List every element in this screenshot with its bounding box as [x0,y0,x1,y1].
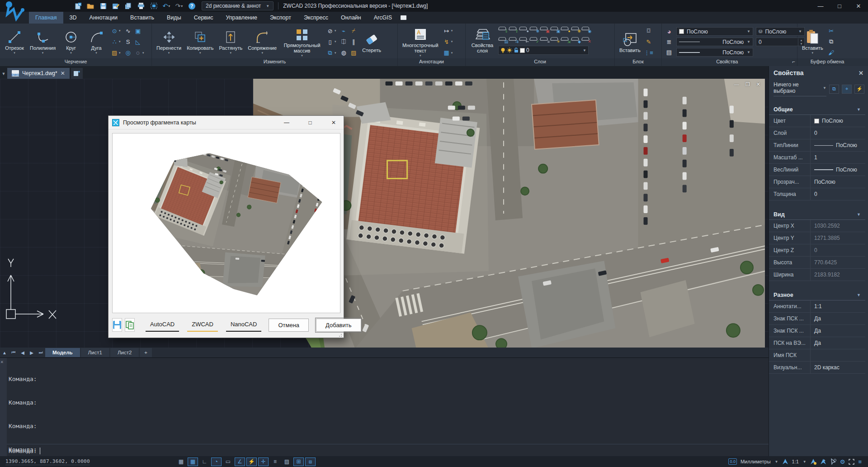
edit-block-icon[interactable]: ✎ [644,37,653,46]
prop-row[interactable]: Слой0 [769,127,865,139]
move-button[interactable]: Перенести▾ [155,28,183,56]
cut-icon[interactable]: ✂ [827,26,836,35]
prop-row[interactable]: Масштаб ...1 [769,152,865,164]
prop-row[interactable]: ТипЛинииПоСлою [769,139,865,152]
resize-grip[interactable] [339,333,343,337]
prop-row[interactable]: Центр Y1271.3885 [769,232,865,244]
lineweight-combo[interactable]: ПоСлою▼ [676,48,753,57]
toggle-pickadd-icon[interactable]: ⚡ [854,85,864,94]
dialog-minimize-icon[interactable]: — [277,116,297,129]
copy-clip-icon[interactable]: ⧉ [827,37,836,46]
transparency-display-icon[interactable]: ▨ [282,457,292,466]
transparency-icon[interactable]: ◍ [339,48,348,57]
linetype-combo[interactable]: ПоСлою▼ [676,38,753,46]
attributes-icon[interactable]: ⋮≡ [644,48,653,57]
tab-arcgis[interactable]: ArcGIS [368,12,398,24]
fullscreen-icon[interactable] [849,459,854,465]
units-label[interactable]: Миллиметры [741,459,771,464]
layer-delete-icon[interactable]: ✕ [581,35,590,43]
dialog-close-icon[interactable]: ✕ [324,116,344,129]
dialog-maximize-icon[interactable]: □ [300,116,320,129]
revcloud-icon[interactable]: ∿ [123,26,132,35]
mirror-icon[interactable]: ∥ [349,37,358,46]
inner-close-icon[interactable]: ✕ [756,81,760,87]
region-icon[interactable]: ▣ [133,26,142,35]
layer-light-icon[interactable]: ● [561,24,570,33]
tab-service[interactable]: Сервис [188,12,220,24]
layer-state-icon[interactable]: ▤ [498,35,507,43]
close-command-icon[interactable]: ✕ [0,359,4,365]
line-button[interactable]: Отрезок▾ [3,28,26,56]
prop-row[interactable]: ВесЛинийПоСлою [769,164,865,176]
ribbon-collapse-icon[interactable] [398,12,408,24]
layer-walk-icon[interactable]: ◆ [571,35,580,43]
tab-model[interactable]: Модель [45,348,80,357]
hatch-icon[interactable]: ▨ [110,48,119,57]
prop-row[interactable]: ЦветПоСлою [769,115,865,127]
collapse-icon[interactable]: ▼ [857,293,861,297]
command-input[interactable]: Команда: [9,448,40,454]
tab-export[interactable]: Экспорт [264,12,297,24]
lineweight-display-icon[interactable]: ≡ [270,457,280,466]
command-window[interactable]: ✕ Команда: Команда: Команда: Команда: Ко… [0,357,769,456]
annotation-visibility-icon[interactable] [810,458,816,465]
close-icon[interactable]: ✕ [849,0,868,12]
insert-block-button[interactable]: Вставить [618,30,642,54]
copy-sheets-icon[interactable] [123,1,134,10]
scale-icon[interactable]: ▯ [326,37,335,46]
dialog-titlebar[interactable]: Просмотр фрагмента карты — □ ✕ [108,116,344,129]
trim-icon[interactable]: ⌁ [339,26,348,35]
snap-icon[interactable]: ▦ [176,457,186,466]
drawing-canvas[interactable]: — ❐ ✕ Просмотр фрагмента карты — □ ✕ [0,79,769,348]
prop-row[interactable]: Знак ПСК ...Да [769,313,865,325]
object-snap-icon[interactable]: ▭ [223,457,233,466]
plot-preview-icon[interactable] [148,1,159,10]
selection-combo[interactable]: Ничего не выбрано ▼ [774,81,826,96]
paste-button[interactable]: Вставить▾ [800,28,825,56]
lineweight-list-icon[interactable]: ≣ [665,38,674,47]
cycle-select-icon[interactable]: ⧈ [305,457,316,466]
copy-button[interactable]: Копировать▾ [185,28,215,56]
save-as-icon[interactable] [110,1,121,10]
prop-row[interactable]: Ширина2183.9182 [769,269,865,281]
tab-sheet1[interactable]: Лист1 [81,348,109,357]
minimize-icon[interactable]: — [811,0,830,12]
redo-icon[interactable]: ↷▾ [174,1,184,10]
dynamic-input-icon[interactable]: ✛ [258,457,269,466]
layer-unisolate-icon[interactable]: ⇲ [561,35,570,43]
panel-expand-icon[interactable]: ⌐ [793,58,795,65]
tab-online[interactable]: Онлайн [335,12,368,24]
ortho-icon[interactable]: ∟ [199,457,210,466]
maximize-icon[interactable]: □ [830,0,849,12]
tab-sheet2[interactable]: Лист2 [110,348,139,357]
close-properties-icon[interactable]: ✕ [859,70,863,76]
close-doc-icon[interactable]: ✕ [61,70,65,76]
prop-row[interactable]: Толщина0 [769,188,865,200]
copy-map-icon[interactable] [125,318,135,332]
layer-current-icon[interactable]: ✓ [529,35,538,43]
add-layout-icon[interactable]: + [140,348,152,357]
prev-tab-icon[interactable]: ◀ [18,348,27,357]
wipeout-icon[interactable]: ◺ [133,37,142,46]
layer-unlock-icon[interactable]: ▣ [550,24,559,33]
prop-row[interactable]: Визуальн...2D каркас [769,362,865,374]
prop-row[interactable]: Центр X1030.2592 [769,220,865,232]
otrack-icon[interactable]: ⚡ [246,457,257,466]
prop-row[interactable]: Имя ПСК [769,349,865,362]
print-icon[interactable] [136,1,146,10]
layer-bulb-icon[interactable]: ● [519,24,528,33]
prop-row[interactable]: Знак ПСК ...Да [769,325,865,337]
circle-button[interactable]: Круг▾ [59,28,83,56]
break-icon[interactable]: ⌿ [349,26,358,35]
donut-icon[interactable]: ◎ [123,48,132,57]
layer-freeze-icon[interactable]: ❋ [529,24,538,33]
tab-3d[interactable]: 3D [63,12,83,24]
tab-annotations[interactable]: Аннотации [83,12,124,24]
leader-icon[interactable]: ↯ [442,37,451,46]
inner-restore-icon[interactable]: ❐ [745,81,750,87]
first-tab-icon[interactable]: ⏮ [9,348,18,357]
layer-lock-icon[interactable]: ▣ [540,24,549,33]
open-file-icon[interactable] [85,1,96,10]
prop-row[interactable]: Прозрач...ПоСлою [769,176,865,188]
polyline-button[interactable]: Полилиния▾ [28,28,57,56]
